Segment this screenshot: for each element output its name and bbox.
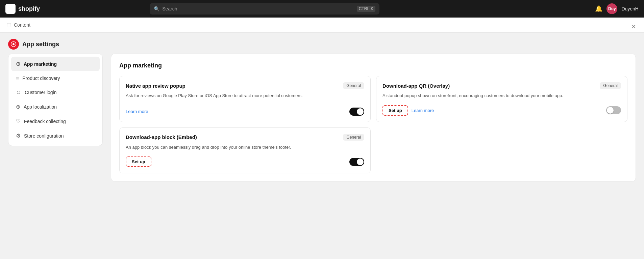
sidebar-item-label: Store configuration xyxy=(24,133,64,139)
search-bar[interactable]: 🔍 Search CTRL K xyxy=(150,3,379,15)
section-title: App marketing xyxy=(119,62,627,69)
svg-point-1 xyxy=(13,43,15,45)
card-description: Ask for reviews on Google Play Store or … xyxy=(126,92,364,102)
app-marketing-icon: ⊙ xyxy=(16,61,20,67)
card-title: Download-app block (Embed) xyxy=(126,134,197,140)
app-localization-icon: ⊕ xyxy=(16,104,20,110)
embed-block-setup-button[interactable]: Set up xyxy=(126,156,151,167)
sidebar-item-label: Product discovery xyxy=(22,76,60,81)
sidebar: ⊙ App marketing ≡ Product discovery ☺ Cu… xyxy=(8,54,103,146)
card-footer: Set up xyxy=(126,156,364,167)
card-title: Native app review popup xyxy=(126,83,185,89)
username-label: DuyenH xyxy=(621,6,639,11)
app-icon xyxy=(8,39,19,50)
card-header: Download-app QR (Overlay) General xyxy=(382,82,621,89)
close-button[interactable]: × xyxy=(631,23,636,30)
native-review-toggle[interactable] xyxy=(349,108,364,116)
native-review-card: Native app review popup General Ask for … xyxy=(119,76,371,122)
qr-overlay-toggle[interactable] xyxy=(606,106,621,114)
sidebar-item-product-discovery[interactable]: ≡ Product discovery xyxy=(11,71,100,85)
store-config-icon: ⚙ xyxy=(16,133,21,139)
customer-login-icon: ☺ xyxy=(16,89,21,95)
avatar: Duy xyxy=(606,3,617,14)
sidebar-item-label: Feedback collecting xyxy=(24,119,66,124)
card-badge: General xyxy=(343,134,364,141)
topbar: 🛍 shopify 🔍 Search CTRL K 🔔 Duy DuyenH xyxy=(0,0,644,18)
sidebar-item-app-marketing[interactable]: ⊙ App marketing xyxy=(11,57,100,71)
card-title: Download-app QR (Overlay) xyxy=(382,83,450,89)
search-placeholder: Search xyxy=(162,6,177,11)
breadcrumb: ⬚ Content xyxy=(0,18,644,33)
card-footer: Learn more xyxy=(126,108,364,116)
page-title: App settings xyxy=(22,41,59,48)
card-header: Download-app block (Embed) General xyxy=(126,134,364,141)
sidebar-item-app-localization[interactable]: ⊕ App localization xyxy=(11,99,100,114)
feedback-collecting-icon: ♡ xyxy=(16,118,21,124)
product-discovery-icon: ≡ xyxy=(16,75,19,81)
card-footer: Set up Learn more xyxy=(382,105,621,116)
search-icon: 🔍 xyxy=(154,6,159,11)
breadcrumb-icon: ⬚ xyxy=(7,22,11,28)
main-layout: ⊙ App marketing ≡ Product discovery ☺ Cu… xyxy=(0,54,644,190)
app-settings-header: App settings × xyxy=(0,33,644,54)
cards-grid: Native app review popup General Ask for … xyxy=(119,76,627,173)
learn-more-link[interactable]: Learn more xyxy=(126,109,148,114)
breadcrumb-text: Content xyxy=(14,22,30,28)
logo-text: shopify xyxy=(18,5,40,12)
card-badge: General xyxy=(600,82,621,89)
sidebar-item-feedback-collecting[interactable]: ♡ Feedback collecting xyxy=(11,114,100,128)
card-badge: General xyxy=(343,82,364,89)
app-settings-container: ⬚ Content App settings × ⊙ App marketing… xyxy=(0,18,644,259)
notifications-icon[interactable]: 🔔 xyxy=(595,5,602,12)
card-description: An app block you can seamlessly drag and… xyxy=(126,144,364,151)
card-description: A standout popup shown on storefront, en… xyxy=(382,92,621,99)
qr-overlay-card: Download-app QR (Overlay) General A stan… xyxy=(376,76,627,122)
sidebar-item-label: App marketing xyxy=(24,61,57,67)
qr-overlay-setup-button[interactable]: Set up xyxy=(382,105,408,116)
card-footer-left: Set up Learn more xyxy=(382,105,434,116)
sidebar-item-label: Customer login xyxy=(25,90,56,95)
shopify-logo: 🛍 shopify xyxy=(5,4,40,14)
card-header: Native app review popup General xyxy=(126,82,364,89)
sidebar-item-customer-login[interactable]: ☺ Customer login xyxy=(11,85,100,99)
embed-block-toggle[interactable] xyxy=(349,158,364,166)
sidebar-item-label: App localization xyxy=(24,104,57,110)
learn-more-link[interactable]: Learn more xyxy=(412,108,434,113)
embed-block-card: Download-app block (Embed) General An ap… xyxy=(119,127,371,174)
search-shortcut: CTRL K xyxy=(357,6,375,12)
main-content: App marketing Native app review popup Ge… xyxy=(111,54,636,182)
sidebar-item-store-configuration[interactable]: ⚙ Store configuration xyxy=(11,128,100,143)
shopify-bag-icon: 🛍 xyxy=(5,4,16,14)
topbar-right: 🔔 Duy DuyenH xyxy=(595,3,639,14)
